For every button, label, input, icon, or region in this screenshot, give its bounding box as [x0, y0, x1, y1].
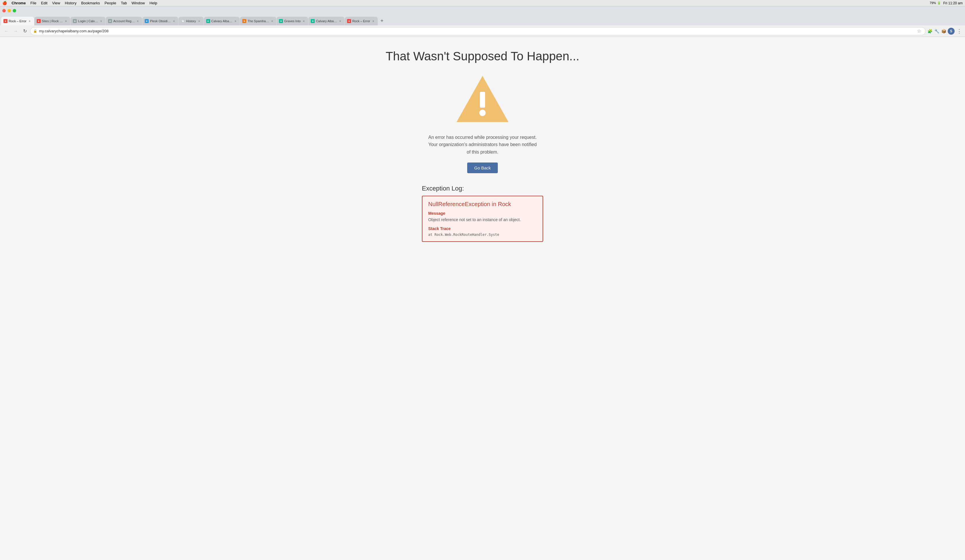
view-menu[interactable]: View	[52, 1, 60, 5]
address-bar[interactable]: 🔒 my.calvarychapelalbany.com.au/page/208…	[30, 27, 926, 35]
extension-icon-2[interactable]: 🔧	[934, 28, 940, 34]
close-button[interactable]	[2, 9, 6, 12]
exception-box: NullReferenceException in Rock Message O…	[422, 196, 543, 242]
tab-plesk[interactable]: ● Plesk Obsidi… ×	[142, 17, 178, 25]
tab-label-4: Account Reg…	[113, 20, 134, 23]
tab-close-5[interactable]: ×	[172, 19, 176, 23]
tab-sites-rock[interactable]: ● Sites | Rock … ×	[34, 17, 70, 25]
tab-calvary-1[interactable]: ● Calvary Alba… ×	[204, 17, 240, 25]
chrome-menu[interactable]: Chrome	[11, 1, 26, 5]
tab-favicon-5: ●	[145, 19, 149, 23]
tab-calvary-2[interactable]: ● Calvary Alba… ×	[308, 17, 345, 25]
macos-menu-bar: 🍎 Chrome File Edit View History Bookmark…	[0, 0, 965, 7]
apple-menu[interactable]: 🍎	[2, 1, 7, 5]
tab-close-8[interactable]: ×	[270, 19, 274, 23]
file-menu[interactable]: File	[30, 1, 36, 5]
lock-icon: 🔒	[33, 29, 37, 33]
message-label: Message	[428, 211, 537, 216]
address-text: my.calvarychapelalbany.com.au/page/208	[39, 29, 914, 33]
tab-label-8: The Spamha…	[247, 20, 269, 23]
tab-close-2[interactable]: ×	[64, 19, 68, 23]
tab-close-11[interactable]: ×	[371, 19, 375, 23]
extension-icon-3[interactable]: 📦	[941, 28, 947, 34]
error-message: An error has occurred while processing y…	[428, 134, 537, 156]
tab-favicon-6: 🕐	[181, 19, 185, 23]
tab-favicon-9: ●	[279, 19, 283, 23]
extension-icon-1[interactable]: 🧩	[927, 28, 933, 34]
extensions-area: 🧩 🔧 📦	[927, 28, 947, 34]
minimize-button[interactable]	[8, 9, 11, 12]
tab-favicon-10: ●	[311, 19, 315, 23]
tab-rock-error-1[interactable]: ● Rock – Error ×	[1, 17, 34, 25]
tab-account-reg[interactable]: ● Account Reg… ×	[106, 17, 142, 25]
tab-history[interactable]: 🕐 History ×	[178, 17, 203, 25]
tab-label-10: Calvary Alba…	[316, 20, 337, 23]
tab-favicon-7: ●	[206, 19, 210, 23]
chrome-titlebar	[0, 7, 965, 15]
page-content: That Wasn't Supposed To Happen... An err…	[0, 37, 965, 560]
stack-trace-label: Stack Trace	[428, 226, 537, 231]
tab-menu[interactable]: Tab	[121, 1, 127, 5]
tab-close-1[interactable]: ×	[28, 19, 32, 23]
bookmarks-menu[interactable]: Bookmarks	[81, 1, 100, 5]
tab-close-10[interactable]: ×	[338, 19, 342, 23]
message-value: Object reference not set to an instance …	[428, 217, 537, 223]
tab-close-6[interactable]: ×	[197, 19, 201, 23]
toolbar-right: S ⋮	[948, 28, 963, 34]
window-menu[interactable]: Window	[131, 1, 145, 5]
go-back-button[interactable]: Go Back	[467, 163, 498, 173]
tab-close-7[interactable]: ×	[233, 19, 237, 23]
tab-label-2: Sites | Rock …	[42, 20, 63, 23]
maximize-button[interactable]	[13, 9, 16, 12]
tab-label-3: Login | Calv…	[78, 20, 98, 23]
tab-close-9[interactable]: ×	[302, 19, 306, 23]
error-title: That Wasn't Supposed To Happen...	[386, 49, 579, 64]
back-button[interactable]: ←	[2, 27, 10, 35]
bookmark-star-icon[interactable]: ☆	[916, 28, 922, 34]
tab-favicon-2: ●	[37, 19, 41, 23]
help-menu[interactable]: Help	[150, 1, 157, 5]
tab-bar: ● Rock – Error × ● Sites | Rock … × ● Lo…	[0, 15, 965, 25]
tab-favicon-8: ●	[242, 19, 246, 23]
reload-button[interactable]: ↻	[21, 27, 29, 35]
tab-login-calv[interactable]: ● Login | Calv… ×	[70, 17, 105, 25]
chrome-toolbar: ← → ↻ 🔒 my.calvarychapelalbany.com.au/pa…	[0, 25, 965, 37]
edit-menu[interactable]: Edit	[41, 1, 47, 5]
history-menu[interactable]: History	[65, 1, 76, 5]
tab-close-3[interactable]: ×	[99, 19, 103, 23]
tab-label-11: Rock – Error	[352, 20, 370, 23]
tab-spamha[interactable]: ● The Spamha… ×	[240, 17, 276, 25]
svg-rect-1	[480, 92, 485, 108]
profile-avatar[interactable]: S	[948, 28, 955, 34]
exception-title: Exception Log:	[422, 185, 543, 192]
exception-type: NullReferenceException in Rock	[428, 201, 537, 207]
svg-point-2	[479, 110, 486, 116]
warning-triangle-icon	[454, 73, 511, 125]
tab-favicon-4: ●	[108, 19, 112, 23]
tab-graves-into[interactable]: ● Graves Into ×	[276, 17, 308, 25]
tab-rock-error-2[interactable]: ● Rock – Error ×	[345, 17, 378, 25]
battery-status: 79% 🔋	[930, 1, 941, 5]
tab-label-9: Graves Into	[284, 20, 301, 23]
tab-label-6: History	[186, 20, 196, 23]
people-menu[interactable]: People	[105, 1, 116, 5]
forward-button[interactable]: →	[11, 27, 20, 35]
exception-section: Exception Log: NullReferenceException in…	[422, 185, 543, 242]
tab-label-1: Rock – Error	[9, 20, 26, 23]
new-tab-button[interactable]: +	[378, 17, 386, 25]
tab-favicon-1: ●	[3, 19, 8, 23]
tab-label-7: Calvary Alba…	[211, 20, 232, 23]
menu-bar-right: 79% 🔋 Fri 11:20 am	[930, 1, 963, 5]
tab-favicon-11: ●	[347, 19, 351, 23]
stack-trace-value: at Rock.Web.RockRouteHandler.Syste	[428, 233, 537, 237]
chrome-menu-button[interactable]: ⋮	[956, 28, 963, 34]
tab-close-4[interactable]: ×	[136, 19, 140, 23]
tab-favicon-3: ●	[73, 19, 77, 23]
clock: Fri 11:20 am	[943, 1, 963, 5]
tab-label-5: Plesk Obsidi…	[150, 20, 171, 23]
traffic-lights	[0, 7, 18, 14]
